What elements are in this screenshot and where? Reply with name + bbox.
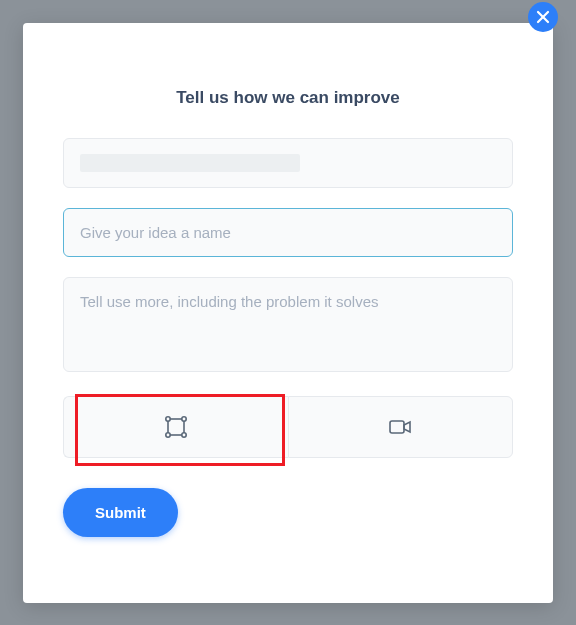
submit-button[interactable]: Submit xyxy=(63,488,178,537)
crop-icon xyxy=(161,412,191,442)
svg-point-5 xyxy=(166,432,170,436)
video-attach-button[interactable] xyxy=(288,396,514,458)
svg-point-3 xyxy=(166,416,170,420)
category-field[interactable] xyxy=(63,138,513,188)
idea-detail-textarea[interactable] xyxy=(63,277,513,372)
svg-rect-2 xyxy=(168,419,184,435)
video-icon xyxy=(385,412,415,442)
modal-title: Tell us how we can improve xyxy=(63,88,513,108)
svg-point-4 xyxy=(182,416,186,420)
skeleton-placeholder xyxy=(80,154,300,172)
screenshot-attach-button[interactable] xyxy=(63,396,288,458)
close-icon xyxy=(536,10,550,24)
close-button[interactable] xyxy=(528,2,558,32)
svg-point-6 xyxy=(182,432,186,436)
feedback-modal: Tell us how we can improve Submit xyxy=(23,23,553,603)
idea-name-input[interactable] xyxy=(63,208,513,257)
svg-rect-7 xyxy=(390,421,404,433)
attachment-row xyxy=(63,396,513,458)
